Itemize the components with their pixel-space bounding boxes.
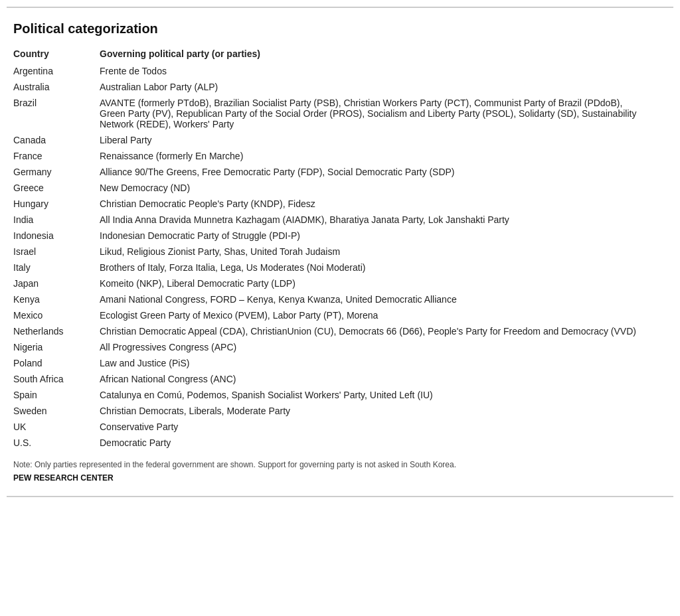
table-row: SpainCatalunya en Comú, Podemos, Spanish… [13, 387, 653, 403]
country-cell: UK [13, 419, 100, 435]
party-cell: New Democracy (ND) [100, 180, 653, 196]
table-row: BrazilAVANTE (formerly PTdoB), Brazilian… [13, 95, 653, 132]
country-cell: Israel [13, 244, 100, 260]
table-row: SwedenChristian Democrats, Liberals, Mod… [13, 403, 653, 419]
table-row: NetherlandsChristian Democratic Appeal (… [13, 323, 653, 339]
party-cell: Australian Labor Party (ALP) [100, 79, 653, 95]
country-cell: Kenya [13, 291, 100, 307]
table-row: GreeceNew Democracy (ND) [13, 180, 653, 196]
table-row: GermanyAlliance 90/The Greens, Free Demo… [13, 164, 653, 180]
party-cell: Christian Democratic People's Party (KND… [100, 196, 653, 212]
country-cell: Nigeria [13, 339, 100, 355]
footer-brand: PEW RESEARCH CENTER [13, 473, 653, 483]
country-cell: Canada [13, 132, 100, 148]
party-cell: Renaissance (formerly En Marche) [100, 148, 653, 164]
table-row: AustraliaAustralian Labor Party (ALP) [13, 79, 653, 95]
table-row: UKConservative Party [13, 419, 653, 435]
table-row: South AfricaAfrican National Congress (A… [13, 371, 653, 387]
country-cell: Netherlands [13, 323, 100, 339]
country-cell: Mexico [13, 307, 100, 323]
party-cell: Indonesian Democratic Party of Struggle … [100, 228, 653, 244]
party-cell: Brothers of Italy, Forza Italia, Lega, U… [100, 260, 653, 275]
table-row: U.S.Democratic Party [13, 435, 653, 451]
party-cell: Catalunya en Comú, Podemos, Spanish Soci… [100, 387, 653, 403]
table-row: CanadaLiberal Party [13, 132, 653, 148]
country-cell: Germany [13, 164, 100, 180]
table-row: PolandLaw and Justice (PiS) [13, 355, 653, 371]
country-cell: France [13, 148, 100, 164]
table-row: NigeriaAll Progressives Congress (APC) [13, 339, 653, 355]
party-cell: Democratic Party [100, 435, 653, 451]
country-cell: Spain [13, 387, 100, 403]
party-cell: Liberal Party [100, 132, 653, 148]
table-row: FranceRenaissance (formerly En Marche) [13, 148, 653, 164]
country-cell: Italy [13, 260, 100, 275]
party-cell: Christian Democratic Appeal (CDA), Chris… [100, 323, 653, 339]
country-cell: Hungary [13, 196, 100, 212]
party-cell: Alliance 90/The Greens, Free Democratic … [100, 164, 653, 180]
page-title: Political categorization [13, 21, 653, 37]
country-cell: Brazil [13, 95, 100, 132]
country-cell: Greece [13, 180, 100, 196]
table-header-row: Country Governing political party (or pa… [13, 46, 653, 63]
table-row: IsraelLikud, Religious Zionist Party, Sh… [13, 244, 653, 260]
table-row: ArgentinaFrente de Todos [13, 63, 653, 79]
country-cell: Australia [13, 79, 100, 95]
table-row: HungaryChristian Democratic People's Par… [13, 196, 653, 212]
party-cell: Law and Justice (PiS) [100, 355, 653, 371]
party-cell: AVANTE (formerly PTdoB), Brazilian Socia… [100, 95, 653, 132]
country-cell: South Africa [13, 371, 100, 387]
country-cell: Indonesia [13, 228, 100, 244]
country-cell: Japan [13, 275, 100, 291]
political-table: Country Governing political party (or pa… [13, 46, 653, 451]
party-cell: Conservative Party [100, 419, 653, 435]
party-cell: All India Anna Dravida Munnetra Kazhagam… [100, 212, 653, 228]
table-row: JapanKomeito (NKP), Liberal Democratic P… [13, 275, 653, 291]
country-cell: U.S. [13, 435, 100, 451]
col-header-party: Governing political party (or parties) [100, 46, 653, 63]
footer-note: Note: Only parties represented in the fe… [13, 460, 653, 469]
table-row: MexicoEcologist Green Party of Mexico (P… [13, 307, 653, 323]
party-cell: African National Congress (ANC) [100, 371, 653, 387]
table-row: ItalyBrothers of Italy, Forza Italia, Le… [13, 260, 653, 275]
country-cell: Poland [13, 355, 100, 371]
party-cell: Christian Democrats, Liberals, Moderate … [100, 403, 653, 419]
party-cell: Amani National Congress, FORD – Kenya, K… [100, 291, 653, 307]
country-cell: India [13, 212, 100, 228]
party-cell: All Progressives Congress (APC) [100, 339, 653, 355]
country-cell: Sweden [13, 403, 100, 419]
table-row: IndiaAll India Anna Dravida Munnetra Kaz… [13, 212, 653, 228]
party-cell: Likud, Religious Zionist Party, Shas, Un… [100, 244, 653, 260]
party-cell: Ecologist Green Party of Mexico (PVEM), … [100, 307, 653, 323]
table-body: ArgentinaFrente de TodosAustraliaAustral… [13, 63, 653, 451]
country-cell: Argentina [13, 63, 100, 79]
table-row: IndonesiaIndonesian Democratic Party of … [13, 228, 653, 244]
table-row: KenyaAmani National Congress, FORD – Ken… [13, 291, 653, 307]
party-cell: Komeito (NKP), Liberal Democratic Party … [100, 275, 653, 291]
main-container: Political categorization Country Governi… [7, 7, 673, 497]
party-cell: Frente de Todos [100, 63, 653, 79]
col-header-country: Country [13, 46, 100, 63]
